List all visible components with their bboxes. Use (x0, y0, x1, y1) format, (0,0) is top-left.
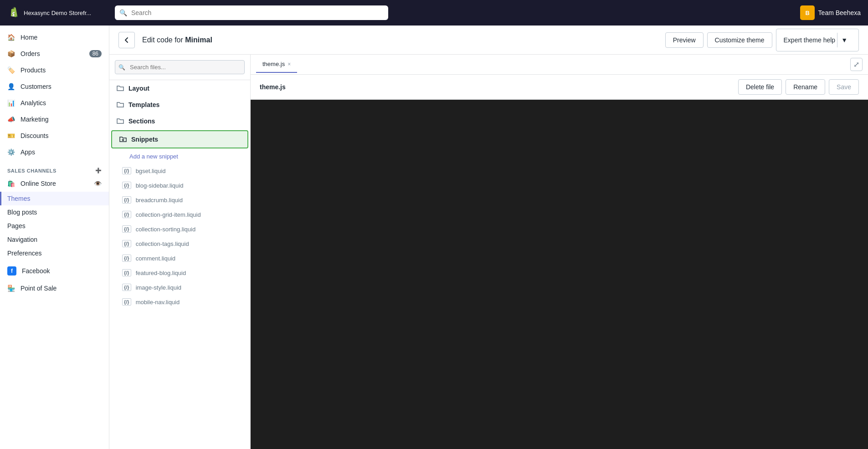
sidebar-item-analytics[interactable]: 📊 Analytics (0, 95, 109, 111)
sidebar-nav: 🏠 Home 📦 Orders 86 🏷️ Products 👤 Custome… (0, 26, 109, 300)
expert-theme-help-button[interactable]: Expert theme help ▼ (776, 29, 859, 51)
sidebar-subitem-pages[interactable]: Pages (0, 219, 109, 233)
apps-icon: ⚙️ (7, 148, 15, 156)
code-header-actions: Delete file Rename Save (738, 79, 859, 95)
search-area: 🔍 (115, 5, 388, 20)
sidebar-item-customers[interactable]: 👤 Customers (0, 78, 109, 95)
tab-close-button[interactable]: × (288, 61, 291, 67)
preview-button[interactable]: Preview (665, 32, 704, 48)
customers-icon: 👤 (7, 83, 15, 90)
folder-icon (117, 117, 124, 125)
search-input[interactable] (115, 5, 388, 20)
topbar-right: B Team Beehexa (800, 5, 861, 20)
sidebar-item-apps[interactable]: ⚙️ Apps (0, 144, 109, 160)
sidebar-item-products[interactable]: 🏷️ Products (0, 62, 109, 78)
file-search-input[interactable] (115, 60, 245, 74)
sidebar-subitem-navigation[interactable]: Navigation (0, 233, 109, 246)
file-image-style[interactable]: {/} image-style.liquid (109, 280, 250, 295)
sidebar-item-facebook[interactable]: f Facebook (0, 262, 109, 280)
code-editor: theme.js × ⤢ theme.js Delete file Rename… (251, 55, 868, 449)
add-sales-channel-icon[interactable]: ➕ (95, 168, 102, 173)
tab-theme-js[interactable]: theme.js × (256, 56, 297, 73)
editor-actions: Preview Customize theme Expert theme hel… (665, 29, 859, 51)
file-collection-sorting[interactable]: {/} collection-sorting.liquid (109, 222, 250, 236)
file-icon: {/} (122, 240, 131, 247)
folder-layout[interactable]: Layout (109, 80, 250, 97)
file-comment[interactable]: {/} comment.liquid (109, 251, 250, 265)
file-icon: {/} (122, 255, 131, 262)
file-icon: {/} (122, 196, 131, 204)
file-icon: {/} (122, 211, 131, 218)
store-name: Hexasync Demo Storefr... (24, 10, 91, 16)
file-icon: {/} (122, 269, 131, 276)
sidebar-item-discounts[interactable]: 🎫 Discounts (0, 128, 109, 144)
file-breadcrumb[interactable]: {/} breadcrumb.liquid (109, 193, 250, 207)
file-mobile-nav[interactable]: {/} mobile-nav.liquid (109, 295, 250, 309)
sales-channels-label: SALES CHANNELS ➕ (0, 160, 109, 175)
back-arrow-icon (123, 36, 130, 44)
editor-title: Edit code for Minimal (142, 36, 658, 44)
editor-topbar: Edit code for Minimal Preview Customize … (109, 26, 868, 55)
sidebar-item-orders[interactable]: 📦 Orders 86 (0, 46, 109, 62)
delete-file-button[interactable]: Delete file (738, 79, 782, 95)
file-blog-sidebar[interactable]: {/} blog-sidebar.liquid (109, 178, 250, 193)
file-icon: {/} (122, 298, 131, 306)
products-icon: 🏷️ (7, 66, 15, 74)
sidebar-item-pos[interactable]: 🏪 Point of Sale (0, 280, 109, 296)
team-logo-icon: B (800, 5, 815, 20)
code-header: theme.js Delete file Rename Save (251, 75, 868, 100)
online-store-icon: 🛍️ (7, 180, 15, 187)
folder-icon (117, 85, 124, 92)
code-filename: theme.js (260, 83, 738, 91)
marketing-icon: 📣 (7, 116, 15, 123)
file-icon: {/} (122, 284, 131, 291)
file-collection-grid-item[interactable]: {/} collection-grid-item.liquid (109, 207, 250, 222)
file-bgset[interactable]: {/} bgset.liquid (109, 163, 250, 178)
folder-download-icon (119, 136, 127, 143)
tabs-bar: theme.js × ⤢ (251, 55, 868, 75)
file-icon: {/} (122, 225, 131, 233)
pos-icon: 🏪 (7, 285, 15, 292)
sidebar-subitem-blog-posts[interactable]: Blog posts (0, 205, 109, 219)
main-layout: 🏠 Home 📦 Orders 86 🏷️ Products 👤 Custome… (0, 26, 868, 449)
folder-snippets[interactable]: Snippets (111, 130, 248, 148)
expert-dropdown-arrow[interactable]: ▼ (837, 33, 851, 47)
sidebar-item-marketing[interactable]: 📣 Marketing (0, 111, 109, 128)
team-name: Team Beehexa (818, 9, 861, 16)
file-featured-blog[interactable]: {/} featured-blog.liquid (109, 265, 250, 280)
file-search-area: 🔍 (109, 55, 250, 80)
back-button[interactable] (118, 32, 135, 48)
rename-button[interactable]: Rename (786, 79, 825, 95)
facebook-icon: f (7, 266, 16, 276)
sidebar-subitem-themes[interactable]: Themes (0, 192, 109, 205)
orders-icon: 📦 (7, 50, 15, 57)
file-icon: {/} (122, 167, 131, 174)
folder-sections[interactable]: Sections (109, 113, 250, 129)
shopify-logo-area: Hexasync Demo Storefr... (7, 6, 108, 19)
online-store-subitems: Themes Blog posts Pages Navigation Prefe… (0, 192, 109, 260)
file-search-icon: 🔍 (118, 64, 125, 71)
svg-text:B: B (805, 10, 809, 16)
folder-templates[interactable]: Templates (109, 97, 250, 113)
sidebar-item-home[interactable]: 🏠 Home (0, 29, 109, 46)
folder-icon (117, 101, 124, 108)
file-collection-tags[interactable]: {/} collection-tags.liquid (109, 236, 250, 251)
file-tree-content: Layout Templates Sections (109, 80, 250, 449)
add-new-snippet-link[interactable]: Add a new snippet (109, 149, 250, 163)
save-button[interactable]: Save (829, 79, 859, 95)
file-tree: 🔍 Layout Templates (109, 55, 251, 449)
home-icon: 🏠 (7, 34, 15, 41)
code-body[interactable] (251, 100, 868, 449)
sidebar: 🏠 Home 📦 Orders 86 🏷️ Products 👤 Custome… (0, 26, 109, 449)
sidebar-subitem-preferences[interactable]: Preferences (0, 246, 109, 260)
customize-theme-button[interactable]: Customize theme (707, 32, 772, 48)
content-area: Edit code for Minimal Preview Customize … (109, 26, 868, 449)
topbar: Hexasync Demo Storefr... 🔍 B Team Beehex… (0, 0, 868, 26)
shopify-logo-icon (7, 6, 20, 19)
sidebar-item-online-store[interactable]: 🛍️ Online Store 👁️ (0, 175, 109, 192)
expand-editor-button[interactable]: ⤢ (850, 58, 863, 71)
file-icon: {/} (122, 182, 131, 189)
eye-icon[interactable]: 👁️ (94, 180, 102, 187)
analytics-icon: 📊 (7, 99, 15, 107)
search-icon: 🔍 (119, 9, 127, 16)
